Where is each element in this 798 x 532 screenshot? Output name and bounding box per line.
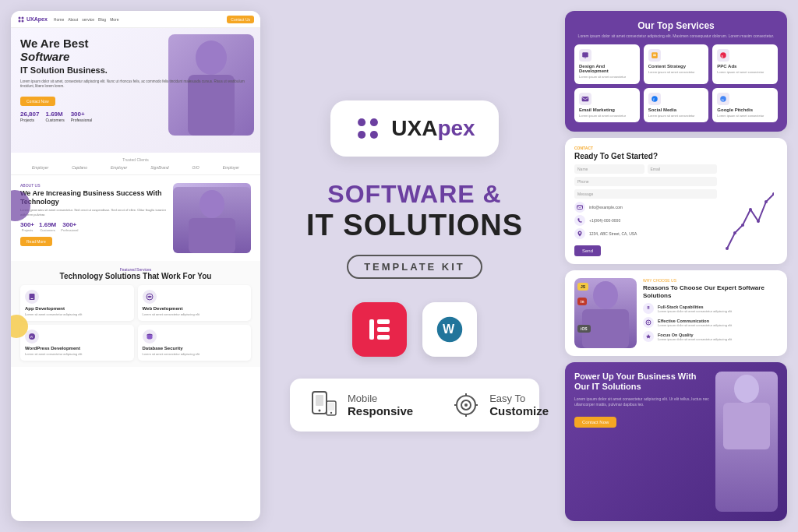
location-contact-row: 1234, ABC Street, CA, USA — [574, 228, 717, 239]
elementor-icon-card — [352, 302, 407, 357]
svg-point-46 — [651, 96, 658, 102]
email-field[interactable]: Email — [648, 164, 718, 174]
phone-icon — [574, 215, 585, 226]
why-choose-card: JS in iOS Why Choose Us Reasons To Choos… — [565, 270, 787, 356]
why-feature-1: Full-Stack Capabilities Lorem ipsum dolo… — [643, 303, 778, 314]
title-line-2: IT SOLUTIONS — [306, 209, 523, 242]
why-title: Reasons To Choose Our Expert Software So… — [643, 284, 778, 299]
svg-point-56 — [757, 220, 760, 223]
phone-contact-row: +1(064)-000-0000 — [574, 215, 717, 226]
svg-point-0 — [19, 16, 21, 19]
service-card-wp: W WordPress Development Lorem sit amet c… — [20, 325, 134, 361]
svg-rect-29 — [328, 403, 334, 410]
svg-point-30 — [330, 412, 332, 414]
email-marketing-icon — [579, 93, 591, 105]
email-icon — [574, 202, 585, 213]
web-dev-icon — [143, 290, 157, 304]
location-icon — [574, 228, 585, 239]
wp-icon: W — [25, 329, 39, 344]
svg-rect-64 — [723, 403, 770, 449]
svg-point-27 — [319, 410, 321, 412]
svg-point-3 — [22, 19, 24, 22]
quality-icon — [643, 331, 654, 342]
clients-logos: Employer Capilano Employer SignBrand O/O… — [20, 165, 251, 170]
mockup-nav-links: Home About service Blog More — [54, 17, 221, 22]
svg-rect-18 — [369, 319, 374, 340]
svg-point-52 — [726, 247, 729, 250]
mockup-hero-cta[interactable]: Contact Now — [20, 97, 55, 106]
main-container: UXApex Home About service Blog More Cont… — [0, 0, 798, 532]
phone-field[interactable]: Phone — [574, 177, 717, 186]
svg-text:W: W — [30, 335, 34, 339]
svg-point-53 — [733, 231, 736, 234]
power-cta[interactable]: Contact Now — [574, 417, 616, 428]
svg-point-6 — [200, 190, 224, 218]
mockup-hero-section: We Are Best Software IT Solution Busines… — [11, 28, 260, 153]
title-line-1: SOFTWARE & — [306, 180, 523, 209]
contact-form: Name Email Phone Message info@example.co… — [574, 164, 717, 256]
stat-professionals: 300+ Professional — [71, 111, 93, 122]
plugin-icons-row: W — [352, 302, 477, 357]
contact-form-card: Contact Ready To Get Started? Name Email… — [565, 138, 787, 264]
svg-rect-20 — [377, 327, 390, 332]
power-desc: Lorem ipsum dolor sit amet consectetur a… — [574, 396, 709, 408]
contact-title: Ready To Get Started? — [574, 152, 778, 160]
in-badge: in — [577, 298, 587, 305]
about-image — [173, 183, 251, 253]
svg-point-17 — [370, 131, 378, 139]
stat-projects: 26,807 Projects — [20, 111, 39, 122]
why-feature-2: Effective Communication Lorem ipsum dolo… — [643, 317, 778, 328]
svg-point-55 — [749, 208, 752, 211]
about-title: We Are Increasing Business Success With … — [20, 189, 167, 206]
svg-rect-38 — [582, 52, 588, 57]
service-social-media: f Social Media Lorem ipsum sit amet cons… — [644, 88, 709, 123]
features-row: Mobile Responsive — [290, 379, 539, 432]
template-kit-badge: TEMPLATE KIT — [347, 255, 482, 279]
services-title: Technology Solutions That Work For You — [20, 272, 251, 280]
message-field[interactable]: Message — [574, 189, 717, 199]
submit-button[interactable]: Send — [574, 245, 601, 256]
design-dev-icon — [579, 49, 591, 62]
mobile-responsive-feature: Mobile Responsive — [309, 389, 413, 421]
easy-customize-feature: Easy To Customize — [450, 389, 549, 421]
mockup-nav-cta[interactable]: Contact Us — [227, 16, 254, 23]
svg-text:W: W — [443, 322, 455, 336]
svg-point-57 — [764, 200, 768, 203]
mockup-navbar: UXApex Home About service Blog More Cont… — [11, 11, 260, 28]
mockup-about-section: About Us We Are Increasing Business Succ… — [11, 175, 260, 261]
phone-value: +1(064)-000-0000 — [589, 218, 620, 223]
full-stack-icon — [643, 303, 654, 314]
mockup-nav-logo: UXApex — [17, 16, 48, 23]
top-services-title: Our Top Services — [574, 20, 778, 31]
contact-graph — [723, 164, 778, 256]
top-services-grid: Design And Development Lorem ipsum sit a… — [574, 44, 778, 122]
main-title: SOFTWARE & IT SOLUTIONS — [306, 180, 523, 242]
why-feature-3: Focus On Quality Lorem ipsum dolor sit a… — [643, 331, 778, 342]
svg-rect-26 — [316, 395, 323, 406]
svg-rect-50 — [577, 206, 583, 210]
mockup-hero-desc: Lorem ipsum dolor sit amet, consectetur … — [20, 79, 251, 90]
svg-point-16 — [358, 131, 365, 139]
content-strategy-icon — [648, 49, 661, 62]
ppc-ads-icon: $ — [717, 49, 729, 62]
location-value: 1234, ABC Street, CA, USA — [589, 231, 637, 236]
mockup-hero-title: We Are Best Software IT Solution Busines… — [20, 37, 251, 76]
services-grid: App Development Lorem sit amet consectet… — [20, 285, 251, 361]
why-image: JS in iOS — [574, 278, 637, 348]
wordpress-icon-card: W — [422, 302, 477, 357]
service-card-web: Web Development Lorem sit amet consectet… — [138, 285, 252, 321]
ios-badge: iOS — [577, 325, 591, 333]
name-field[interactable]: Name — [574, 164, 644, 174]
about-text: About Us We Are Increasing Business Succ… — [20, 183, 167, 253]
brand-logo-card: UXApex — [330, 100, 498, 157]
right-panel: Our Top Services Lorem ipsum dolor sit a… — [565, 11, 787, 521]
svg-point-59 — [593, 281, 618, 309]
mockup-hero-text: We Are Best Software IT Solution Busines… — [20, 37, 251, 106]
svg-point-63 — [734, 375, 759, 403]
service-card-app: App Development Lorem sit amet consectet… — [20, 285, 134, 321]
svg-rect-40 — [651, 52, 658, 58]
db-icon — [143, 329, 157, 344]
stat-customers: 1.69M Customers — [45, 111, 64, 122]
about-cta[interactable]: Read More — [20, 237, 52, 246]
svg-rect-9 — [31, 298, 34, 299]
